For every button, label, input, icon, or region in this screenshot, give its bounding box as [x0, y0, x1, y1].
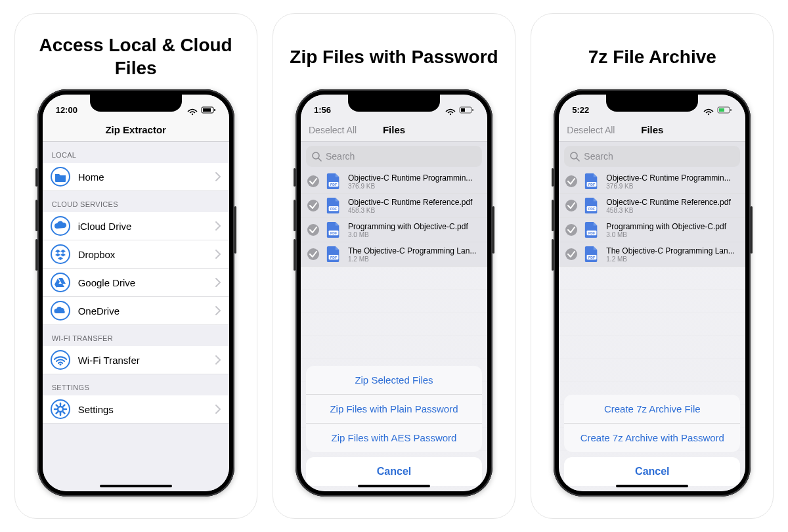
- panel-title: Zip Files with Password: [283, 24, 504, 89]
- row-label: Google Drive: [78, 277, 215, 288]
- gear-icon: [51, 399, 70, 419]
- check-icon[interactable]: [307, 248, 319, 260]
- file-size: 376.9 KB: [606, 183, 739, 190]
- folder-icon: [51, 167, 70, 187]
- check-icon[interactable]: [565, 248, 577, 260]
- file-size: 3.0 MB: [348, 231, 481, 238]
- file-row[interactable]: The Objective-C Programming Lan... 1.2 M…: [301, 242, 487, 267]
- check-icon[interactable]: [565, 224, 577, 236]
- row-settings[interactable]: Settings: [43, 395, 229, 424]
- wifi-icon: [703, 104, 714, 116]
- section-header-local: LOCAL: [43, 142, 229, 163]
- search-icon: [569, 151, 580, 162]
- home-indicator[interactable]: [616, 485, 688, 487]
- row-gdrive[interactable]: Google Drive: [43, 269, 229, 297]
- action-sheet: Create 7z Archive File Create 7z Archive…: [564, 395, 740, 486]
- file-size: 3.0 MB: [606, 231, 739, 238]
- pdf-icon: [584, 245, 600, 263]
- action-sheet: Zip Selected Files Zip Files with Plain …: [306, 366, 482, 486]
- phone-frame: 1:56 Deselect All Files Search: [296, 89, 492, 497]
- pdf-icon: [326, 196, 341, 215]
- check-icon[interactable]: [565, 175, 577, 187]
- status-time: 1:56: [314, 105, 331, 115]
- search-input[interactable]: Search: [306, 146, 482, 167]
- chevron-right-icon: [215, 171, 221, 182]
- chevron-right-icon: [215, 221, 221, 231]
- file-row[interactable]: Objective-C Runtime Reference.pdf 458.3 …: [559, 194, 745, 218]
- status-time: 5:22: [572, 105, 589, 115]
- pdf-icon: [326, 245, 341, 263]
- file-row[interactable]: The Objective-C Programming Lan... 1.2 M…: [559, 242, 745, 267]
- panel-title: Access Local & Cloud Files: [22, 24, 250, 89]
- marketing-panel-1: Access Local & Cloud Files 12:00 Zip Ext…: [14, 13, 257, 519]
- row-onedrive[interactable]: OneDrive: [43, 297, 229, 325]
- battery-icon: [717, 104, 732, 116]
- chevron-right-icon: [215, 277, 221, 288]
- home-indicator[interactable]: [358, 485, 430, 487]
- sheet-create-7z[interactable]: Create 7z Archive File: [564, 395, 740, 424]
- file-name: The Objective-C Programming Lan...: [606, 246, 739, 255]
- section-header-settings: SETTINGS: [43, 374, 229, 395]
- file-name: Objective-C Runtime Programmin...: [606, 173, 739, 183]
- search-placeholder: Search: [326, 151, 355, 162]
- onedrive-icon: [51, 301, 70, 321]
- chevron-right-icon: [215, 355, 221, 365]
- row-label: Settings: [78, 404, 215, 415]
- file-name: Programming with Objective-C.pdf: [606, 222, 739, 231]
- file-row[interactable]: Programming with Objective-C.pdf 3.0 MB: [559, 218, 745, 242]
- deselect-all-button[interactable]: Deselect All: [309, 125, 357, 135]
- sheet-cancel-button[interactable]: Cancel: [306, 457, 482, 486]
- sheet-create-7z-password[interactable]: Create 7z Archive with Password: [564, 424, 740, 452]
- file-name: Objective-C Runtime Reference.pdf: [348, 198, 481, 207]
- cloud-icon: [51, 216, 70, 236]
- pdf-icon: [584, 196, 600, 215]
- row-label: Home: [78, 171, 215, 183]
- row-dropbox[interactable]: Dropbox: [43, 240, 229, 269]
- section-header-wifi: WI-FI TRANSFER: [43, 325, 229, 346]
- check-icon[interactable]: [565, 200, 577, 211]
- check-icon[interactable]: [307, 224, 319, 236]
- nav-title: Zip Extractor: [105, 124, 166, 135]
- nav-title: Files: [641, 124, 663, 135]
- file-row[interactable]: Objective-C Runtime Programmin... 376.9 …: [301, 169, 487, 194]
- wifi-transfer-icon: [51, 350, 70, 370]
- pdf-icon: [326, 172, 341, 190]
- file-name: Programming with Objective-C.pdf: [348, 222, 481, 231]
- row-wifi-transfer[interactable]: Wi-Fi Transfer: [43, 346, 229, 374]
- row-label: Dropbox: [78, 249, 215, 260]
- nav-bar: Zip Extractor: [43, 118, 229, 142]
- dropbox-icon: [51, 244, 70, 264]
- row-label: Wi-Fi Transfer: [78, 355, 215, 366]
- nav-bar: Deselect All Files: [559, 118, 745, 142]
- sheet-zip-plain-password[interactable]: Zip Files with Plain Password: [306, 395, 482, 424]
- search-input[interactable]: Search: [564, 146, 740, 167]
- file-row[interactable]: Programming with Objective-C.pdf 3.0 MB: [301, 218, 487, 242]
- wifi-icon: [445, 104, 456, 116]
- check-icon[interactable]: [307, 200, 319, 211]
- sheet-zip-selected[interactable]: Zip Selected Files: [306, 366, 482, 395]
- marketing-panel-2: Zip Files with Password 1:56 Deselect Al…: [273, 13, 515, 519]
- nav-title: Files: [383, 124, 405, 135]
- panel-title: 7z File Archive: [582, 24, 723, 89]
- sheet-zip-aes-password[interactable]: Zip Files with AES Password: [306, 424, 482, 452]
- file-name: Objective-C Runtime Reference.pdf: [606, 198, 739, 207]
- phone-frame: 12:00 Zip Extractor LOCAL Home: [37, 89, 234, 497]
- pdf-icon: [326, 221, 341, 239]
- file-row[interactable]: Objective-C Runtime Reference.pdf 458.3 …: [301, 194, 487, 218]
- row-label: iCloud Drive: [78, 221, 215, 232]
- row-home[interactable]: Home: [43, 163, 229, 191]
- file-row[interactable]: Objective-C Runtime Programmin... 376.9 …: [559, 169, 745, 194]
- section-header-cloud: CLOUD SERVICES: [43, 191, 229, 212]
- chevron-right-icon: [215, 249, 221, 259]
- wifi-icon: [186, 104, 198, 116]
- sheet-cancel-button[interactable]: Cancel: [564, 457, 740, 486]
- file-name: The Objective-C Programming Lan...: [348, 246, 481, 255]
- deselect-all-button[interactable]: Deselect All: [567, 125, 615, 135]
- pdf-icon: [584, 172, 600, 190]
- check-icon[interactable]: [307, 175, 319, 187]
- search-icon: [311, 151, 322, 162]
- home-indicator[interactable]: [100, 485, 172, 487]
- file-size: 458.3 KB: [606, 207, 739, 214]
- chevron-right-icon: [215, 305, 221, 316]
- row-icloud[interactable]: iCloud Drive: [43, 212, 229, 240]
